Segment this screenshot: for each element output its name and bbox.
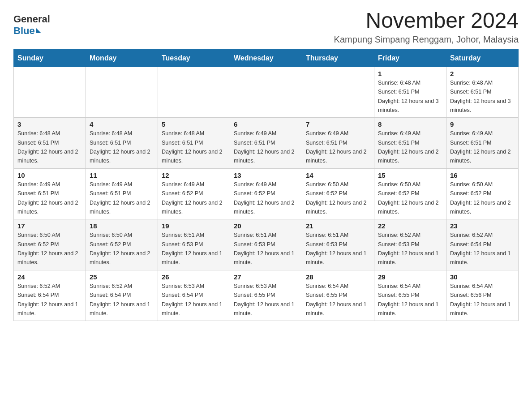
header-tuesday: Tuesday — [158, 49, 230, 67]
day-info: Sunrise: 6:54 AMSunset: 6:55 PMDaylight:… — [378, 283, 439, 317]
day-number: 1 — [378, 70, 442, 77]
calendar-cell: 29Sunrise: 6:54 AMSunset: 6:55 PMDayligh… — [374, 270, 446, 321]
day-info: Sunrise: 6:48 AMSunset: 6:51 PMDaylight:… — [17, 130, 78, 164]
day-info: Sunrise: 6:48 AMSunset: 6:51 PMDaylight:… — [90, 130, 150, 164]
header-saturday: Saturday — [446, 49, 519, 67]
day-number: 29 — [378, 273, 442, 281]
day-number: 24 — [17, 273, 82, 281]
day-number: 7 — [306, 120, 370, 128]
day-number: 12 — [162, 171, 226, 179]
day-info: Sunrise: 6:51 AMSunset: 6:53 PMDaylight:… — [162, 232, 223, 265]
page-title: November 2024 — [334, 9, 519, 33]
day-number: 22 — [378, 222, 442, 230]
day-info: Sunrise: 6:53 AMSunset: 6:54 PMDaylight:… — [162, 283, 223, 317]
day-number: 23 — [450, 222, 515, 230]
calendar-week-3: 10Sunrise: 6:49 AMSunset: 6:51 PMDayligh… — [14, 168, 519, 219]
day-number: 10 — [17, 171, 82, 179]
logo: General Blue — [13, 9, 50, 37]
day-number: 26 — [162, 273, 226, 281]
calendar-cell: 27Sunrise: 6:53 AMSunset: 6:55 PMDayligh… — [230, 270, 302, 321]
day-number: 27 — [234, 273, 298, 281]
day-info: Sunrise: 6:53 AMSunset: 6:55 PMDaylight:… — [234, 283, 295, 317]
calendar-week-4: 17Sunrise: 6:50 AMSunset: 6:52 PMDayligh… — [14, 219, 519, 270]
day-info: Sunrise: 6:50 AMSunset: 6:52 PMDaylight:… — [90, 232, 150, 265]
calendar-cell: 21Sunrise: 6:51 AMSunset: 6:53 PMDayligh… — [302, 219, 374, 270]
logo-triangle-icon — [36, 28, 41, 33]
day-info: Sunrise: 6:51 AMSunset: 6:53 PMDaylight:… — [234, 232, 295, 265]
day-info: Sunrise: 6:51 AMSunset: 6:53 PMDaylight:… — [306, 232, 367, 265]
day-info: Sunrise: 6:49 AMSunset: 6:51 PMDaylight:… — [17, 181, 78, 215]
day-info: Sunrise: 6:54 AMSunset: 6:55 PMDaylight:… — [306, 283, 367, 317]
calendar-cell — [230, 67, 302, 118]
day-info: Sunrise: 6:50 AMSunset: 6:52 PMDaylight:… — [17, 232, 78, 265]
day-info: Sunrise: 6:52 AMSunset: 6:54 PMDaylight:… — [90, 283, 150, 317]
day-info: Sunrise: 6:49 AMSunset: 6:52 PMDaylight:… — [234, 181, 295, 215]
day-info: Sunrise: 6:49 AMSunset: 6:52 PMDaylight:… — [162, 181, 223, 215]
day-info: Sunrise: 6:49 AMSunset: 6:51 PMDaylight:… — [234, 130, 295, 164]
calendar-week-1: 1Sunrise: 6:48 AMSunset: 6:51 PMDaylight… — [14, 67, 519, 118]
calendar-week-2: 3Sunrise: 6:48 AMSunset: 6:51 PMDaylight… — [14, 118, 519, 169]
day-number: 5 — [162, 120, 226, 128]
day-info: Sunrise: 6:52 AMSunset: 6:54 PMDaylight:… — [17, 283, 78, 317]
header-monday: Monday — [86, 49, 158, 67]
day-number: 30 — [450, 273, 515, 281]
day-number: 8 — [378, 120, 442, 128]
day-info: Sunrise: 6:54 AMSunset: 6:56 PMDaylight:… — [450, 283, 511, 317]
header: General Blue November 2024 Kampung Simpa… — [13, 9, 519, 45]
day-info: Sunrise: 6:50 AMSunset: 6:52 PMDaylight:… — [450, 181, 511, 215]
day-number: 20 — [234, 222, 298, 230]
day-number: 16 — [450, 171, 515, 179]
day-info: Sunrise: 6:49 AMSunset: 6:51 PMDaylight:… — [306, 130, 367, 164]
calendar-cell: 6Sunrise: 6:49 AMSunset: 6:51 PMDaylight… — [230, 118, 302, 169]
calendar-cell: 23Sunrise: 6:52 AMSunset: 6:54 PMDayligh… — [446, 219, 519, 270]
header-wednesday: Wednesday — [230, 49, 302, 67]
day-number: 6 — [234, 120, 298, 128]
day-number: 13 — [234, 171, 298, 179]
day-info: Sunrise: 6:52 AMSunset: 6:53 PMDaylight:… — [378, 232, 439, 265]
header-thursday: Thursday — [302, 49, 374, 67]
day-number: 17 — [17, 222, 82, 230]
day-number: 11 — [90, 171, 154, 179]
calendar-cell: 22Sunrise: 6:52 AMSunset: 6:53 PMDayligh… — [374, 219, 446, 270]
calendar-cell: 1Sunrise: 6:48 AMSunset: 6:51 PMDaylight… — [374, 67, 446, 118]
day-number: 2 — [450, 70, 515, 77]
calendar-cell — [302, 67, 374, 118]
title-area: November 2024 Kampung Simpang Renggam, J… — [334, 9, 519, 45]
day-info: Sunrise: 6:48 AMSunset: 6:51 PMDaylight:… — [378, 80, 439, 113]
calendar-cell: 12Sunrise: 6:49 AMSunset: 6:52 PMDayligh… — [158, 168, 230, 219]
calendar-week-5: 24Sunrise: 6:52 AMSunset: 6:54 PMDayligh… — [14, 270, 519, 321]
header-row: SundayMondayTuesdayWednesdayThursdayFrid… — [14, 49, 519, 67]
calendar-cell: 2Sunrise: 6:48 AMSunset: 6:51 PMDaylight… — [446, 67, 519, 118]
calendar-table: SundayMondayTuesdayWednesdayThursdayFrid… — [13, 49, 519, 321]
day-info: Sunrise: 6:49 AMSunset: 6:51 PMDaylight:… — [378, 130, 439, 164]
calendar-cell: 4Sunrise: 6:48 AMSunset: 6:51 PMDaylight… — [86, 118, 158, 169]
calendar-cell: 10Sunrise: 6:49 AMSunset: 6:51 PMDayligh… — [14, 168, 86, 219]
calendar-cell: 13Sunrise: 6:49 AMSunset: 6:52 PMDayligh… — [230, 168, 302, 219]
calendar-cell: 7Sunrise: 6:49 AMSunset: 6:51 PMDaylight… — [302, 118, 374, 169]
header-friday: Friday — [374, 49, 446, 67]
day-number: 21 — [306, 222, 370, 230]
day-number: 4 — [90, 120, 154, 128]
day-info: Sunrise: 6:48 AMSunset: 6:51 PMDaylight:… — [162, 130, 223, 164]
calendar-cell: 3Sunrise: 6:48 AMSunset: 6:51 PMDaylight… — [14, 118, 86, 169]
calendar-cell: 20Sunrise: 6:51 AMSunset: 6:53 PMDayligh… — [230, 219, 302, 270]
day-number: 3 — [17, 120, 82, 128]
day-info: Sunrise: 6:50 AMSunset: 6:52 PMDaylight:… — [306, 181, 367, 215]
calendar-cell: 17Sunrise: 6:50 AMSunset: 6:52 PMDayligh… — [14, 219, 86, 270]
calendar-cell — [14, 67, 86, 118]
calendar-cell: 18Sunrise: 6:50 AMSunset: 6:52 PMDayligh… — [86, 219, 158, 270]
calendar-cell: 19Sunrise: 6:51 AMSunset: 6:53 PMDayligh… — [158, 219, 230, 270]
calendar-cell: 11Sunrise: 6:49 AMSunset: 6:51 PMDayligh… — [86, 168, 158, 219]
calendar-cell: 28Sunrise: 6:54 AMSunset: 6:55 PMDayligh… — [302, 270, 374, 321]
calendar-cell — [158, 67, 230, 118]
day-number: 14 — [306, 171, 370, 179]
day-info: Sunrise: 6:48 AMSunset: 6:51 PMDaylight:… — [450, 80, 511, 113]
calendar-cell: 16Sunrise: 6:50 AMSunset: 6:52 PMDayligh… — [446, 168, 519, 219]
day-info: Sunrise: 6:50 AMSunset: 6:52 PMDaylight:… — [378, 181, 439, 215]
day-number: 9 — [450, 120, 515, 128]
day-info: Sunrise: 6:49 AMSunset: 6:51 PMDaylight:… — [90, 181, 150, 215]
header-sunday: Sunday — [14, 49, 86, 67]
calendar-cell: 24Sunrise: 6:52 AMSunset: 6:54 PMDayligh… — [14, 270, 86, 321]
logo-general-text: General — [13, 13, 50, 25]
calendar-cell: 8Sunrise: 6:49 AMSunset: 6:51 PMDaylight… — [374, 118, 446, 169]
